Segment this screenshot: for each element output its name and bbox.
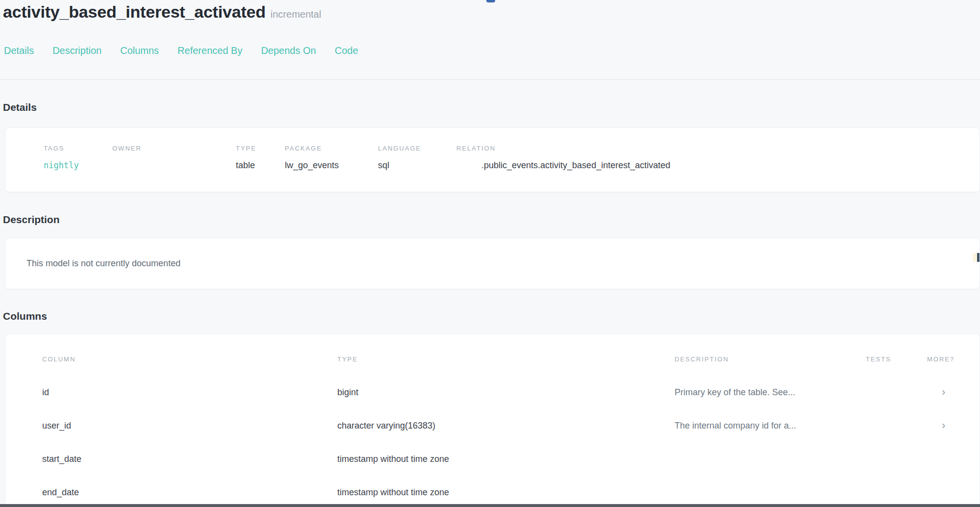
header-description: DESCRIPTION bbox=[675, 355, 866, 363]
clipped-edit-button-edge bbox=[977, 253, 980, 262]
chevron-right-icon[interactable]: › bbox=[927, 421, 980, 431]
chevron-right-icon[interactable]: › bbox=[927, 387, 980, 397]
columns-table-header: COLUMN TYPE DESCRIPTION TESTS MORE? bbox=[5, 355, 980, 363]
columns-section-heading: Columns bbox=[0, 310, 980, 323]
detail-value-type: table bbox=[236, 159, 285, 171]
detail-label-relation: RELATION bbox=[456, 145, 980, 152]
column-type: timestamp without time zone bbox=[337, 454, 675, 464]
detail-field-relation: RELATION .public_events.activity_based_i… bbox=[456, 145, 980, 171]
header-type: TYPE bbox=[337, 355, 675, 363]
header-column: COLUMN bbox=[42, 355, 337, 363]
materialization-badge: incremental bbox=[271, 9, 321, 20]
description-text: This model is not currently documented bbox=[26, 258, 180, 269]
detail-label-tags: TAGS bbox=[44, 145, 112, 152]
columns-panel: COLUMN TYPE DESCRIPTION TESTS MORE? id b… bbox=[5, 333, 980, 507]
clipped-edit-button-highlight bbox=[973, 253, 977, 262]
detail-label-owner: OWNER bbox=[112, 145, 236, 152]
tab-details[interactable]: Details bbox=[4, 45, 34, 56]
table-row[interactable]: end_date timestamp without time zone bbox=[5, 476, 980, 507]
detail-value-package: lw_go_events bbox=[285, 159, 378, 171]
window-bottom-edge bbox=[0, 504, 980, 507]
column-type: character varying(16383) bbox=[337, 421, 675, 431]
column-description: The internal company id for a... bbox=[675, 421, 866, 431]
details-grid: TAGS nightly OWNER TYPE table PACKAGE lw… bbox=[44, 145, 980, 171]
description-panel: This model is not currently documented bbox=[5, 238, 980, 289]
header-divider bbox=[0, 79, 980, 80]
details-section-heading: Details bbox=[0, 101, 980, 114]
table-row[interactable]: id bigint Primary key of the table. See.… bbox=[5, 376, 980, 409]
tab-columns[interactable]: Columns bbox=[120, 45, 159, 56]
detail-field-tags: TAGS nightly bbox=[44, 145, 112, 171]
column-type: timestamp without time zone bbox=[337, 487, 675, 498]
tab-description[interactable]: Description bbox=[52, 45, 101, 56]
page-header: activity_based_interest_activatedincreme… bbox=[0, 2, 980, 25]
detail-field-package: PACKAGE lw_go_events bbox=[285, 145, 378, 171]
detail-value-relation: .public_events.activity_based_interest_a… bbox=[456, 159, 980, 171]
detail-label-language: LANGUAGE bbox=[378, 145, 456, 152]
clipped-link-fragment[interactable] bbox=[486, 0, 495, 2]
detail-field-owner: OWNER bbox=[112, 145, 236, 171]
tag-link-nightly[interactable]: nightly bbox=[44, 159, 112, 171]
description-section-heading: Description bbox=[0, 213, 980, 226]
details-panel: TAGS nightly OWNER TYPE table PACKAGE lw… bbox=[5, 127, 980, 192]
column-name: user_id bbox=[42, 421, 337, 431]
column-name: end_date bbox=[42, 487, 337, 498]
model-docs-page: activity_based_interest_activatedincreme… bbox=[0, 0, 980, 507]
page-title: activity_based_interest_activated bbox=[3, 2, 266, 21]
section-nav: Details Description Columns Referenced B… bbox=[0, 45, 980, 56]
columns-table-body: id bigint Primary key of the table. See.… bbox=[5, 376, 980, 507]
table-row[interactable]: start_date timestamp without time zone bbox=[5, 442, 980, 476]
detail-label-package: PACKAGE bbox=[285, 145, 378, 152]
column-name: start_date bbox=[42, 454, 337, 464]
table-row[interactable]: user_id character varying(16383) The int… bbox=[5, 409, 980, 442]
column-description: Primary key of the table. See... bbox=[675, 387, 866, 398]
detail-field-type: TYPE table bbox=[236, 145, 285, 171]
header-more: MORE? bbox=[927, 355, 980, 363]
tab-referenced-by[interactable]: Referenced By bbox=[177, 45, 242, 56]
header-tests: TESTS bbox=[866, 355, 927, 363]
detail-label-type: TYPE bbox=[236, 145, 285, 152]
detail-field-language: LANGUAGE sql bbox=[378, 145, 456, 171]
detail-value-language: sql bbox=[378, 159, 456, 171]
tab-depends-on[interactable]: Depends On bbox=[261, 45, 316, 56]
tab-code[interactable]: Code bbox=[335, 45, 358, 56]
column-name: id bbox=[42, 387, 337, 398]
column-type: bigint bbox=[337, 387, 675, 398]
clipped-edit-button[interactable] bbox=[973, 253, 980, 262]
